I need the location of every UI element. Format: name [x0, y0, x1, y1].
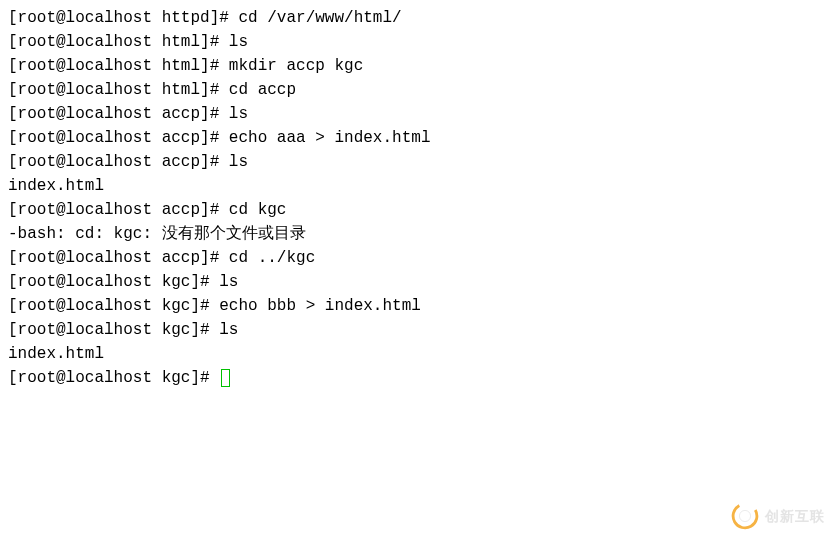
terminal-output-line: index.html [8, 174, 827, 198]
terminal-command-line: [root@localhost accp]# echo aaa > index.… [8, 126, 827, 150]
shell-prompt: [root@localhost accp]# [8, 201, 229, 219]
shell-prompt: [root@localhost accp]# [8, 129, 229, 147]
shell-command: mkdir accp kgc [229, 57, 363, 75]
shell-command: cd accp [229, 81, 296, 99]
watermark: 创新互联 [731, 502, 825, 530]
shell-prompt: [root@localhost html]# [8, 81, 229, 99]
terminal-command-line: [root@localhost accp]# cd ../kgc [8, 246, 827, 270]
terminal-command-line: [root@localhost accp]# cd kgc [8, 198, 827, 222]
terminal-command-line: [root@localhost accp]# ls [8, 102, 827, 126]
terminal-output[interactable]: [root@localhost httpd]# cd /var/www/html… [8, 6, 827, 390]
shell-command: ls [219, 321, 238, 339]
shell-command: ls [219, 273, 238, 291]
terminal-command-line: [root@localhost kgc]# ls [8, 270, 827, 294]
shell-prompt: [root@localhost kgc]# [8, 369, 219, 387]
shell-command: echo bbb > index.html [219, 297, 421, 315]
svg-point-1 [739, 510, 750, 521]
shell-prompt: [root@localhost html]# [8, 57, 229, 75]
shell-command: ls [229, 105, 248, 123]
shell-prompt: [root@localhost kgc]# [8, 273, 219, 291]
watermark-text: 创新互联 [765, 506, 825, 527]
watermark-icon [731, 502, 759, 530]
shell-prompt: [root@localhost kgc]# [8, 297, 219, 315]
shell-prompt: [root@localhost accp]# [8, 105, 229, 123]
shell-command: cd kgc [229, 201, 287, 219]
shell-command: ls [229, 153, 248, 171]
shell-command: cd ../kgc [229, 249, 315, 267]
terminal-command-line: [root@localhost html]# ls [8, 30, 827, 54]
terminal-command-line: [root@localhost html]# cd accp [8, 78, 827, 102]
terminal-command-line: [root@localhost kgc]# ls [8, 318, 827, 342]
terminal-command-line: [root@localhost httpd]# cd /var/www/html… [8, 6, 827, 30]
shell-prompt: [root@localhost html]# [8, 33, 229, 51]
shell-command: echo aaa > index.html [229, 129, 431, 147]
shell-prompt: [root@localhost accp]# [8, 153, 229, 171]
shell-prompt: [root@localhost httpd]# [8, 9, 238, 27]
terminal-output-line: -bash: cd: kgc: 没有那个文件或目录 [8, 222, 827, 246]
shell-command: ls [229, 33, 248, 51]
cursor-icon [221, 369, 230, 387]
terminal-command-line: [root@localhost html]# mkdir accp kgc [8, 54, 827, 78]
shell-command: cd /var/www/html/ [238, 9, 401, 27]
terminal-command-line: [root@localhost kgc]# [8, 366, 827, 390]
shell-prompt: [root@localhost kgc]# [8, 321, 219, 339]
terminal-output-line: index.html [8, 342, 827, 366]
terminal-command-line: [root@localhost kgc]# echo bbb > index.h… [8, 294, 827, 318]
terminal-command-line: [root@localhost accp]# ls [8, 150, 827, 174]
shell-prompt: [root@localhost accp]# [8, 249, 229, 267]
